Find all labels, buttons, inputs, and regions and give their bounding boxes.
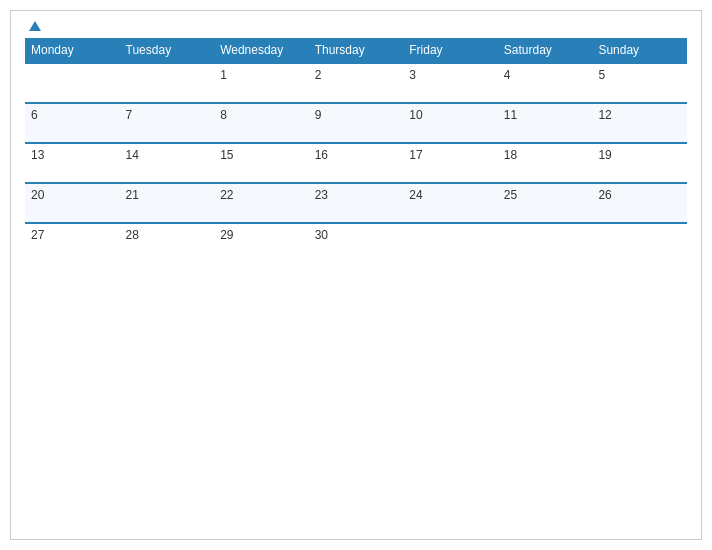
calendar-cell: 19: [592, 143, 687, 183]
calendar-cell: 29: [214, 223, 309, 262]
calendar-cell: 3: [403, 63, 498, 103]
calendar-header: [25, 21, 687, 32]
day-number: 10: [409, 108, 422, 122]
day-number: 3: [409, 68, 416, 82]
calendar-grid: MondayTuesdayWednesdayThursdayFridaySatu…: [25, 38, 687, 262]
calendar-cell: [403, 223, 498, 262]
weekday-header-wednesday: Wednesday: [214, 38, 309, 63]
weekday-header-friday: Friday: [403, 38, 498, 63]
calendar-cell: 10: [403, 103, 498, 143]
weekday-header-sunday: Sunday: [592, 38, 687, 63]
day-number: 24: [409, 188, 422, 202]
day-number: 14: [126, 148, 139, 162]
calendar-cell: 2: [309, 63, 404, 103]
logo-triangle-icon: [29, 21, 41, 31]
day-number: 12: [598, 108, 611, 122]
calendar-cell: 25: [498, 183, 593, 223]
month-title: [41, 21, 597, 23]
week-row-3: 13141516171819: [25, 143, 687, 183]
week-row-4: 20212223242526: [25, 183, 687, 223]
day-number: 16: [315, 148, 328, 162]
day-number: 6: [31, 108, 38, 122]
calendar-cell: 13: [25, 143, 120, 183]
day-number: 2: [315, 68, 322, 82]
day-number: 25: [504, 188, 517, 202]
calendar-cell: 14: [120, 143, 215, 183]
calendar-cell: 28: [120, 223, 215, 262]
calendar-cell: 15: [214, 143, 309, 183]
calendar-cell: 24: [403, 183, 498, 223]
weekday-header-tuesday: Tuesday: [120, 38, 215, 63]
calendar-container: MondayTuesdayWednesdayThursdayFridaySatu…: [10, 10, 702, 540]
calendar-cell: 27: [25, 223, 120, 262]
calendar-cell: 11: [498, 103, 593, 143]
calendar-cell: 21: [120, 183, 215, 223]
day-number: 7: [126, 108, 133, 122]
calendar-cell: 16: [309, 143, 404, 183]
day-number: 29: [220, 228, 233, 242]
day-number: 28: [126, 228, 139, 242]
day-number: 9: [315, 108, 322, 122]
calendar-cell: 22: [214, 183, 309, 223]
calendar-cell: 6: [25, 103, 120, 143]
week-row-5: 27282930: [25, 223, 687, 262]
day-number: 17: [409, 148, 422, 162]
calendar-cell: 12: [592, 103, 687, 143]
logo: [25, 21, 41, 32]
day-number: 1: [220, 68, 227, 82]
calendar-cell: 17: [403, 143, 498, 183]
calendar-cell: [498, 223, 593, 262]
week-row-2: 6789101112: [25, 103, 687, 143]
day-number: 15: [220, 148, 233, 162]
calendar-cell: 20: [25, 183, 120, 223]
day-number: 21: [126, 188, 139, 202]
day-number: 30: [315, 228, 328, 242]
day-number: 22: [220, 188, 233, 202]
region-label: [597, 21, 687, 27]
calendar-cell: 7: [120, 103, 215, 143]
weekday-header-thursday: Thursday: [309, 38, 404, 63]
calendar-cell: 26: [592, 183, 687, 223]
day-number: 4: [504, 68, 511, 82]
weekday-header-row: MondayTuesdayWednesdayThursdayFridaySatu…: [25, 38, 687, 63]
calendar-cell: 23: [309, 183, 404, 223]
calendar-cell: 18: [498, 143, 593, 183]
calendar-cell: 9: [309, 103, 404, 143]
calendar-cell: 5: [592, 63, 687, 103]
logo-blue-row: [25, 21, 41, 32]
day-number: 11: [504, 108, 517, 122]
calendar-cell: 4: [498, 63, 593, 103]
calendar-cell: 30: [309, 223, 404, 262]
day-number: 8: [220, 108, 227, 122]
day-number: 18: [504, 148, 517, 162]
calendar-cell: [592, 223, 687, 262]
day-number: 26: [598, 188, 611, 202]
calendar-cell: [120, 63, 215, 103]
calendar-cell: [25, 63, 120, 103]
calendar-cell: 1: [214, 63, 309, 103]
calendar-cell: 8: [214, 103, 309, 143]
week-row-1: 12345: [25, 63, 687, 103]
day-number: 19: [598, 148, 611, 162]
day-number: 13: [31, 148, 44, 162]
weekday-header-monday: Monday: [25, 38, 120, 63]
day-number: 27: [31, 228, 44, 242]
weekday-header-saturday: Saturday: [498, 38, 593, 63]
day-number: 20: [31, 188, 44, 202]
day-number: 23: [315, 188, 328, 202]
day-number: 5: [598, 68, 605, 82]
